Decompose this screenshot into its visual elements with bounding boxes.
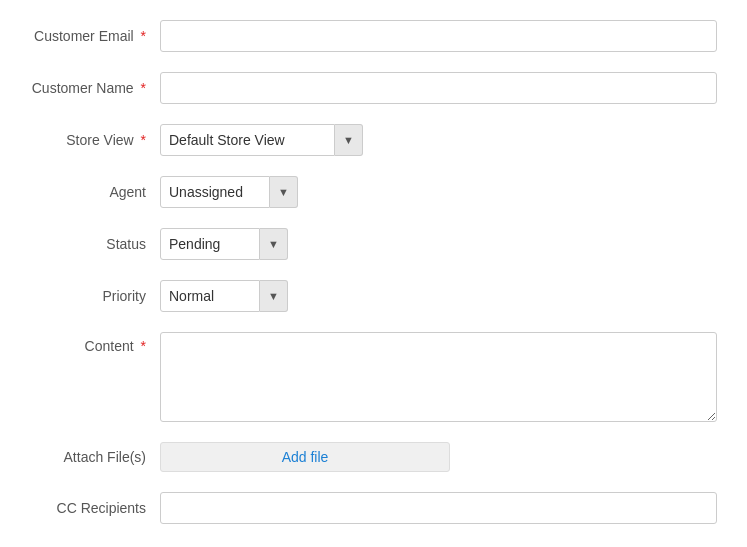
store-view-select-wrapper: Default Store View ▼ — [160, 124, 363, 156]
store-view-row: Store View * Default Store View ▼ — [30, 124, 717, 156]
priority-select-wrapper: Normal ▼ — [160, 280, 288, 312]
store-view-label: Store View * — [30, 132, 160, 148]
attach-files-row: Attach File(s) Add file — [30, 442, 717, 472]
customer-name-label: Customer Name * — [30, 80, 160, 96]
customer-email-input[interactable] — [160, 20, 717, 52]
customer-email-label: Customer Email * — [30, 28, 160, 44]
agent-select[interactable]: Unassigned — [160, 176, 270, 208]
status-label: Status — [30, 236, 160, 252]
store-view-required: * — [141, 132, 146, 148]
priority-label: Priority — [30, 288, 160, 304]
customer-name-input[interactable] — [160, 72, 717, 104]
store-view-dropdown-arrow[interactable]: ▼ — [335, 124, 363, 156]
customer-email-row: Customer Email * — [30, 20, 717, 52]
agent-dropdown-arrow[interactable]: ▼ — [270, 176, 298, 208]
add-file-button[interactable]: Add file — [160, 442, 450, 472]
agent-row: Agent Unassigned ▼ — [30, 176, 717, 208]
customer-email-required: * — [141, 28, 146, 44]
status-dropdown-arrow[interactable]: ▼ — [260, 228, 288, 260]
status-row: Status Pending ▼ — [30, 228, 717, 260]
attach-files-area: Add file — [160, 442, 450, 472]
attach-files-label: Attach File(s) — [30, 449, 160, 465]
cc-recipients-row: CC Recipients — [30, 492, 717, 524]
status-select-wrapper: Pending ▼ — [160, 228, 288, 260]
agent-label: Agent — [30, 184, 160, 200]
priority-select[interactable]: Normal — [160, 280, 260, 312]
content-required: * — [141, 338, 146, 354]
content-row: Content * — [30, 332, 717, 422]
content-label: Content * — [30, 332, 160, 354]
customer-name-row: Customer Name * — [30, 72, 717, 104]
cc-recipients-input[interactable] — [160, 492, 717, 524]
agent-select-wrapper: Unassigned ▼ — [160, 176, 298, 208]
priority-dropdown-arrow[interactable]: ▼ — [260, 280, 288, 312]
content-textarea[interactable] — [160, 332, 717, 422]
priority-row: Priority Normal ▼ — [30, 280, 717, 312]
store-view-select[interactable]: Default Store View — [160, 124, 335, 156]
customer-name-required: * — [141, 80, 146, 96]
cc-recipients-label: CC Recipients — [30, 500, 160, 516]
status-select[interactable]: Pending — [160, 228, 260, 260]
